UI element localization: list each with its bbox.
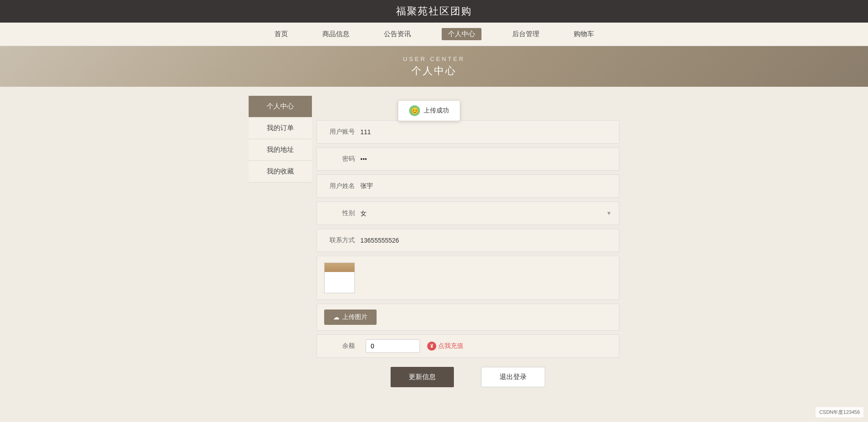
account-input[interactable]: [360, 128, 612, 136]
password-label: 密码: [324, 155, 360, 163]
banner-title: 个人中心: [411, 64, 457, 78]
nav-products[interactable]: 商品信息: [319, 28, 353, 40]
upload-row: ☁ 上传图片: [316, 304, 619, 331]
username-row: 用户姓名: [316, 174, 619, 198]
header: 福聚苑社区团购: [0, 0, 868, 23]
recharge-icon: ¥: [427, 342, 436, 351]
avatar-thumbnail: [324, 263, 355, 293]
account-row: 用户账号: [316, 120, 619, 144]
gender-row: 性别 男 女 ▼: [316, 202, 619, 225]
upload-cloud-icon: ☁: [333, 314, 340, 321]
contact-label: 联系方式: [324, 236, 360, 244]
recharge-button[interactable]: ¥ 点我充值: [427, 342, 463, 351]
recharge-label: 点我充值: [438, 342, 463, 350]
toast-text: 上传成功: [424, 107, 449, 115]
balance-row: 余额 ¥ 点我充值: [316, 334, 619, 358]
nav-cart[interactable]: 购物车: [570, 28, 598, 40]
main-nav: 首页 商品信息 公告资讯 个人中心 后台管理 购物车: [0, 23, 868, 46]
nav-home[interactable]: 首页: [271, 28, 292, 40]
sidebar-item-address[interactable]: 我的地址: [249, 139, 312, 161]
username-label: 用户姓名: [324, 182, 360, 190]
password-input[interactable]: [360, 155, 612, 163]
gender-label: 性别: [324, 209, 360, 217]
balance-label: 余额: [324, 342, 360, 350]
avatar-row: [316, 256, 619, 300]
action-row: 更新信息 退出登录: [316, 367, 619, 387]
contact-input[interactable]: [360, 237, 612, 244]
app-title: 福聚苑社区团购: [396, 5, 472, 18]
avatar-image-top: [325, 263, 354, 272]
nav-admin[interactable]: 后台管理: [509, 28, 543, 40]
logout-button[interactable]: 退出登录: [481, 367, 545, 387]
account-label: 用户账号: [324, 128, 360, 136]
main-content: 个人中心 我的订单 我的地址 我的收藏 😊 上传成功 用户账号 密码: [249, 87, 619, 405]
banner-subtitle: USER CENTER: [403, 56, 465, 62]
banner: USER CENTER 个人中心: [0, 46, 868, 87]
toast-icon: 😊: [409, 105, 420, 116]
gender-select-wrapper: 男 女 ▼: [360, 210, 612, 217]
username-input[interactable]: [360, 183, 612, 190]
toast-notification: 😊 上传成功: [398, 100, 460, 121]
form-area: 😊 上传成功 用户账号 密码 用户姓名 性别: [312, 96, 619, 387]
nav-user-center[interactable]: 个人中心: [442, 28, 481, 40]
chevron-down-icon: ▼: [606, 210, 612, 216]
sidebar-item-favorites[interactable]: 我的收藏: [249, 161, 312, 183]
sidebar: 个人中心 我的订单 我的地址 我的收藏: [249, 96, 312, 387]
balance-input[interactable]: [366, 339, 420, 353]
upload-button-label: 上传图片: [342, 313, 368, 321]
contact-row: 联系方式: [316, 229, 619, 252]
watermark: CSDN年度123456: [816, 407, 863, 417]
upload-button[interactable]: ☁ 上传图片: [324, 309, 377, 325]
update-button[interactable]: 更新信息: [391, 367, 454, 387]
sidebar-item-profile[interactable]: 个人中心: [249, 96, 312, 117]
nav-news[interactable]: 公告资讯: [380, 28, 415, 40]
password-row: 密码: [316, 147, 619, 171]
sidebar-item-orders[interactable]: 我的订单: [249, 117, 312, 139]
form-wrapper: 😊 上传成功 用户账号 密码 用户姓名 性别: [316, 96, 619, 387]
gender-select[interactable]: 男 女: [360, 210, 604, 217]
